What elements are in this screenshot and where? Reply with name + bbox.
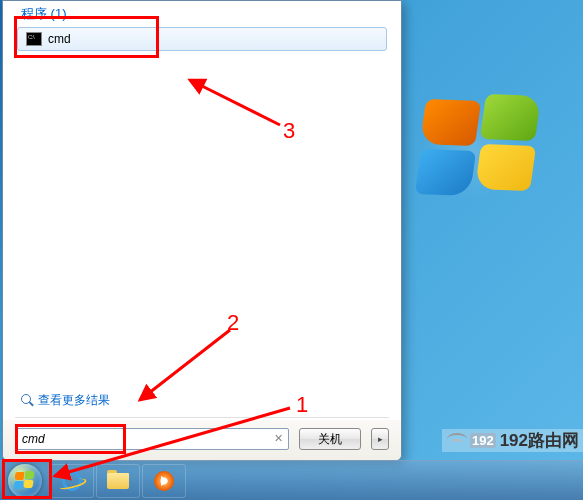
cmd-icon bbox=[26, 32, 42, 46]
watermark: 192 192路由网 bbox=[442, 429, 583, 452]
search-box: ✕ bbox=[15, 428, 289, 450]
watermark-ip: 192 bbox=[470, 433, 496, 448]
taskbar-media-player[interactable] bbox=[142, 464, 186, 498]
see-more-label: 查看更多结果 bbox=[38, 392, 110, 409]
annotation-number-1: 1 bbox=[296, 392, 308, 418]
annotation-number-3: 3 bbox=[283, 118, 295, 144]
start-menu-bottom-row: ✕ 关机 ▸ bbox=[3, 420, 401, 460]
search-input[interactable] bbox=[15, 428, 289, 450]
start-menu: 程序 (1) cmd 查看更多结果 ✕ 关机 ▸ bbox=[2, 0, 402, 461]
taskbar bbox=[0, 460, 583, 500]
search-icon bbox=[21, 394, 34, 407]
wifi-icon bbox=[446, 433, 468, 449]
divider bbox=[15, 417, 389, 418]
start-button[interactable] bbox=[2, 463, 48, 499]
clear-search-icon[interactable]: ✕ bbox=[274, 432, 283, 445]
desktop-wallpaper-windows-logo bbox=[383, 60, 563, 240]
see-more-results-link[interactable]: 查看更多结果 bbox=[3, 386, 401, 415]
taskbar-file-explorer[interactable] bbox=[96, 464, 140, 498]
shutdown-options-arrow[interactable]: ▸ bbox=[371, 428, 389, 450]
programs-header: 程序 (1) bbox=[3, 1, 401, 25]
start-menu-spacer bbox=[3, 53, 401, 386]
shutdown-button[interactable]: 关机 bbox=[299, 428, 361, 450]
watermark-text: 192路由网 bbox=[500, 429, 579, 452]
search-result-cmd[interactable]: cmd bbox=[17, 27, 387, 51]
annotation-number-2: 2 bbox=[227, 310, 239, 336]
taskbar-internet-explorer[interactable] bbox=[50, 464, 94, 498]
result-label: cmd bbox=[48, 32, 71, 46]
